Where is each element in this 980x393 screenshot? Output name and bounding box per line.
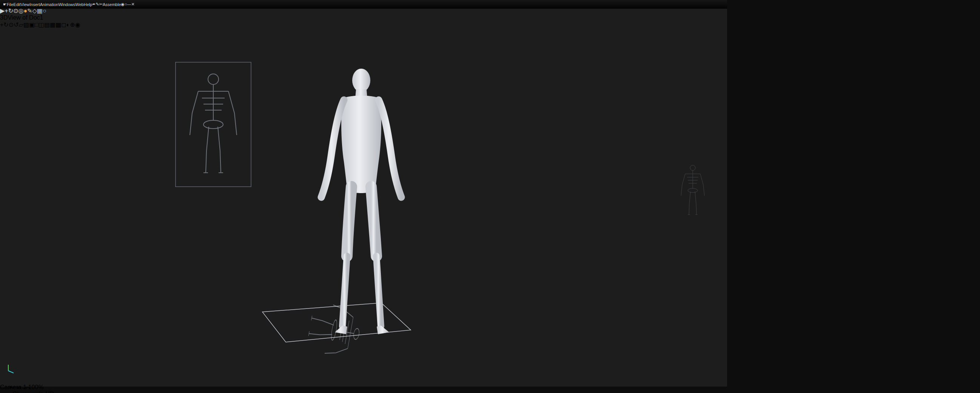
blade-icon[interactable]: ✄ bbox=[99, 2, 103, 6]
target-icon[interactable]: ○ bbox=[124, 2, 127, 6]
viewport-icons: +↻⊙↺▱▨▣□◫▤▦▩◻◐⊕◉ bbox=[0, 21, 727, 28]
axis-indicator bbox=[8, 365, 14, 373]
viewport-titlebar[interactable]: 3DView of Doc1 +↻⊙↺▱▨▣□◫▤▦▩◻◐⊕◉ bbox=[0, 14, 727, 28]
menu-item-view[interactable]: View bbox=[21, 2, 30, 7]
flat-shade-mode-icon[interactable]: ▨ bbox=[24, 22, 29, 28]
main-window: ☛ FileEditViewInsertAnimationWindowsWebH… bbox=[0, 0, 727, 387]
menu-item-web[interactable]: Web bbox=[75, 2, 83, 7]
skeleton-wireframe-floor[interactable] bbox=[306, 302, 364, 359]
browser-tree-item[interactable]: ▸Glumgurgle HD bbox=[0, 390, 980, 393]
layout-split-h-icon[interactable]: ◫ bbox=[38, 22, 44, 28]
eye-icon[interactable]: ◉ bbox=[121, 2, 124, 6]
window-buttons: —✕ bbox=[127, 2, 135, 7]
viewport-3d[interactable]: Camera 1 100% bbox=[0, 28, 727, 391]
app-logo-icon: ☛ bbox=[3, 2, 7, 7]
grid-options-icon[interactable]: ▩ bbox=[56, 22, 61, 28]
menu-item-animation[interactable]: Animation bbox=[40, 2, 59, 7]
application: ☛ FileEditViewInsertAnimationWindowsWebH… bbox=[0, 0, 980, 393]
preview-sphere-icon[interactable]: ◐ bbox=[67, 22, 70, 28]
minimize-button[interactable]: — bbox=[127, 2, 131, 6]
render-options-icon[interactable]: ◉ bbox=[75, 22, 80, 28]
orbit-camera-icon[interactable]: ↻ bbox=[3, 22, 8, 28]
skeleton-wireframe-wall[interactable] bbox=[175, 62, 251, 187]
genesis-8-male-figure[interactable] bbox=[321, 69, 401, 334]
close-button[interactable]: ✕ bbox=[131, 2, 135, 6]
wireframe-mode-icon[interactable]: ▱ bbox=[19, 22, 24, 28]
pan-camera-icon[interactable]: + bbox=[0, 22, 3, 28]
bank-camera-icon[interactable]: ↺ bbox=[14, 22, 19, 28]
menu-items: FileEditViewInsertAnimationWindowsWebHel… bbox=[7, 2, 92, 7]
floor-selection-box bbox=[262, 303, 411, 342]
scene-canvas bbox=[0, 28, 713, 382]
layout-quad-icon[interactable]: ▦ bbox=[50, 22, 56, 28]
viewport-title: 3DView of Doc1 bbox=[0, 14, 43, 21]
menu-item-windows[interactable]: Windows bbox=[59, 2, 75, 7]
room-label[interactable]: Assemble bbox=[103, 2, 121, 7]
menu-item-help[interactable]: Help bbox=[84, 2, 92, 7]
zoom-camera-icon[interactable]: ⊙ bbox=[9, 22, 14, 28]
room-tool-icons: ✒✎✄ bbox=[92, 2, 103, 7]
menu-item-insert[interactable]: Insert bbox=[29, 2, 40, 7]
browser-node-label: Glumgurgle HD bbox=[13, 391, 54, 393]
expand-toggle-icon[interactable]: ▸ bbox=[10, 391, 13, 393]
camera-label: Camera 1 100% bbox=[0, 384, 44, 390]
menu-right-icons: ◉○ bbox=[121, 2, 127, 7]
pen-icon[interactable]: ✎ bbox=[96, 2, 99, 6]
menu-item-file[interactable]: File bbox=[7, 2, 14, 7]
layout-split-v-icon[interactable]: ▤ bbox=[44, 22, 50, 28]
quill-icon[interactable]: ✒ bbox=[92, 2, 95, 6]
smooth-shade-mode-ic[interactable]: ▣ bbox=[29, 22, 35, 28]
globe-icon[interactable]: ⊕ bbox=[70, 22, 75, 28]
production-frame-icon[interactable]: ◻ bbox=[61, 22, 66, 28]
layout-single-icon[interactable]: □ bbox=[35, 22, 38, 28]
skeleton-wireframe-right[interactable] bbox=[681, 165, 705, 215]
menu-bar: ☛ FileEditViewInsertAnimationWindowsWebH… bbox=[0, 0, 727, 9]
menu-item-edit[interactable]: Edit bbox=[14, 2, 21, 7]
